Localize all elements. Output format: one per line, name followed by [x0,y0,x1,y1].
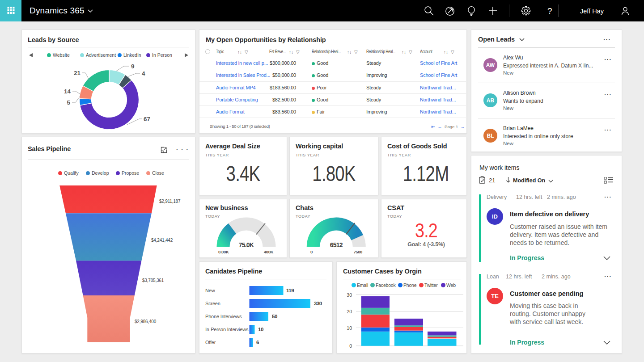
svg-text:$2,986,400: $2,986,400 [135,319,157,324]
svg-text:400K: 400K [264,249,274,254]
svg-text:$2,911,187: $2,911,187 [159,199,181,204]
svg-text:9: 9 [131,63,135,70]
svg-text:Facebook: Facebook [376,282,396,288]
svg-text:20: 20 [347,309,352,314]
svg-text:Phone Interviews: Phone Interviews [205,314,242,319]
svg-text:6: 6 [256,340,259,345]
svg-text:50: 50 [272,314,277,319]
svg-text:0: 0 [349,343,352,349]
svg-text:14: 14 [64,88,71,95]
svg-text:?: ? [547,6,552,16]
svg-text:Phone: Phone [403,282,417,288]
svg-text:$3,705,361: $3,705,361 [142,278,164,283]
svg-text:Offer: Offer [205,340,216,345]
svg-text:119: 119 [286,288,294,293]
svg-text:In-Person Interviews: In-Person Interviews [205,327,249,332]
svg-text:7500: 7500 [353,249,362,254]
svg-text:75.0K: 75.0K [239,241,254,248]
svg-text:10: 10 [258,327,263,332]
svg-text:30: 30 [347,292,352,298]
svg-text:330: 330 [314,301,322,306]
svg-text:Twitter: Twitter [424,282,438,288]
svg-text:Web: Web [446,282,456,288]
svg-text:5: 5 [67,99,70,106]
svg-text:67: 67 [144,116,150,122]
svg-text:Email: Email [357,282,368,288]
svg-text:10: 10 [347,325,352,331]
svg-text:0.00K: 0.00K [218,249,229,254]
svg-text:Screen: Screen [205,301,220,306]
svg-text:$4,241,442: $4,241,442 [151,238,173,243]
svg-text:0: 0 [310,249,313,254]
svg-text:21: 21 [74,70,81,76]
svg-text:6512: 6512 [330,241,343,248]
svg-text:4: 4 [142,70,145,77]
svg-text:New: New [205,288,215,293]
